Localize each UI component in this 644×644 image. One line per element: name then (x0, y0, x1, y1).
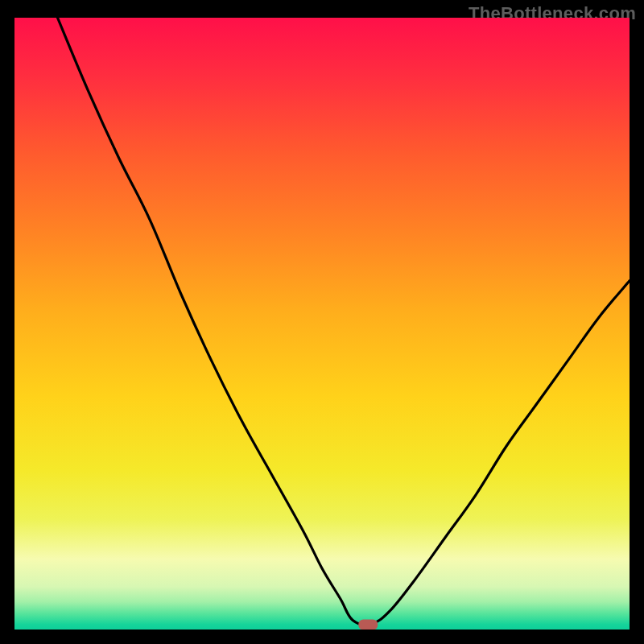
gradient-rect (14, 18, 630, 630)
chart-svg (14, 18, 630, 630)
plot-area (14, 18, 630, 630)
minimum-marker (358, 619, 378, 630)
chart-frame: TheBottleneck.com (0, 0, 644, 644)
